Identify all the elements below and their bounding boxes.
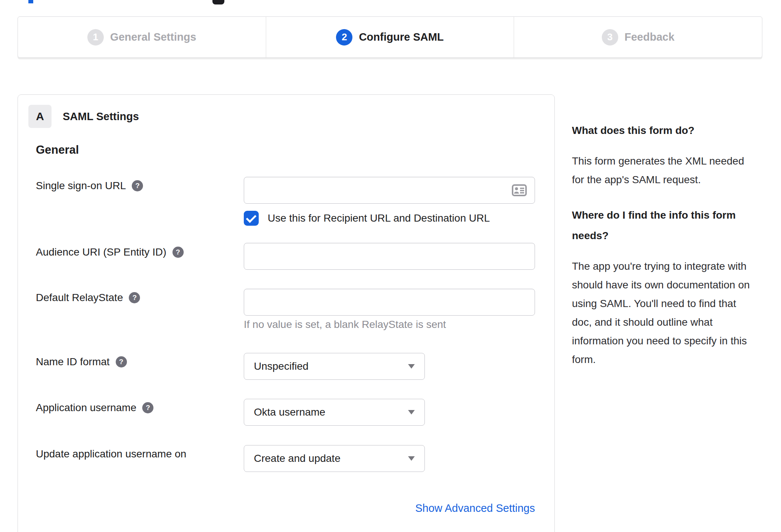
help-sidebar: What does this form do? This form genera… bbox=[572, 120, 752, 385]
help-icon[interactable]: ? bbox=[132, 180, 143, 191]
step-label: Configure SAML bbox=[359, 31, 444, 43]
relaystate-input-wrap bbox=[244, 289, 535, 316]
sso-url-label-text: Single sign-on URL bbox=[36, 180, 126, 192]
help-icon[interactable]: ? bbox=[172, 247, 184, 258]
help-icon[interactable]: ? bbox=[129, 292, 140, 303]
relaystate-label: Default RelayState ? bbox=[36, 292, 140, 304]
audience-uri-label-text: Audience URI (SP Entity ID) bbox=[36, 246, 167, 258]
application-username-select[interactable]: Okta username bbox=[244, 399, 425, 426]
chevron-down-icon bbox=[408, 456, 415, 461]
chevron-down-icon bbox=[408, 364, 415, 369]
step-general-settings[interactable]: 1 General Settings bbox=[18, 17, 266, 57]
saml-setup-wizard-screen: 1 General Settings 2 Configure SAML 3 Fe… bbox=[0, 0, 781, 532]
step-number-badge: 3 bbox=[602, 29, 618, 46]
use-recipient-url-checkbox-row[interactable]: Use this for Recipient URL and Destinati… bbox=[244, 211, 490, 226]
audience-uri-label: Audience URI (SP Entity ID) ? bbox=[36, 246, 184, 258]
step-feedback[interactable]: 3 Feedback bbox=[514, 17, 762, 57]
general-section-heading: General bbox=[36, 143, 79, 157]
relaystate-label-text: Default RelayState bbox=[36, 292, 123, 304]
sidebar-answer-1: This form generates the XML needed for t… bbox=[572, 152, 752, 189]
application-username-label: Application username ? bbox=[36, 402, 153, 414]
audience-uri-input[interactable] bbox=[244, 243, 535, 270]
relaystate-input[interactable] bbox=[244, 289, 535, 316]
panel-title: SAML Settings bbox=[63, 110, 139, 123]
update-username-label-text: Update application username on bbox=[36, 448, 186, 460]
application-username-label-text: Application username bbox=[36, 402, 136, 414]
checkbox-checked-icon[interactable] bbox=[244, 211, 259, 226]
name-id-format-select[interactable]: Unspecified bbox=[244, 353, 425, 380]
name-id-format-label: Name ID format ? bbox=[36, 356, 127, 368]
panel-header: A SAML Settings bbox=[28, 105, 139, 128]
update-username-select[interactable]: Create and update bbox=[244, 445, 425, 472]
help-icon[interactable]: ? bbox=[116, 356, 127, 367]
page-title-remnant-mark bbox=[28, 0, 33, 3]
sidebar-question-1: What does this form do? bbox=[572, 120, 752, 141]
update-username-value: Create and update bbox=[254, 453, 340, 464]
audience-uri-input-wrap bbox=[244, 243, 535, 270]
sso-url-input[interactable] bbox=[244, 177, 535, 204]
saml-settings-panel: A SAML Settings General Single sign-on U… bbox=[18, 94, 555, 532]
relaystate-hint: If no value is set, a blank RelayState i… bbox=[244, 319, 446, 331]
section-a-badge: A bbox=[28, 105, 52, 128]
sso-url-label: Single sign-on URL ? bbox=[36, 180, 143, 192]
checkbox-label: Use this for Recipient URL and Destinati… bbox=[268, 212, 490, 224]
contact-card-icon bbox=[512, 184, 527, 196]
update-username-label: Update application username on bbox=[36, 448, 186, 460]
sidebar-answer-2: The app you're trying to integrate with … bbox=[572, 257, 752, 369]
step-label: Feedback bbox=[625, 31, 675, 43]
wizard-stepper: 1 General Settings 2 Configure SAML 3 Fe… bbox=[18, 16, 762, 58]
step-number-badge: 2 bbox=[336, 29, 352, 46]
name-id-format-value: Unspecified bbox=[254, 360, 308, 372]
sidebar-question-2: Where do I find the info this form needs… bbox=[572, 205, 752, 246]
app-logo-remnant bbox=[212, 0, 224, 4]
chevron-down-icon bbox=[408, 410, 415, 414]
sso-url-input-wrap bbox=[244, 177, 535, 204]
show-advanced-settings-link[interactable]: Show Advanced Settings bbox=[415, 502, 535, 514]
application-username-value: Okta username bbox=[254, 406, 325, 418]
step-number-badge: 1 bbox=[87, 29, 104, 46]
step-configure-saml[interactable]: 2 Configure SAML bbox=[266, 17, 514, 57]
step-label: General Settings bbox=[110, 31, 196, 43]
help-icon[interactable]: ? bbox=[142, 402, 153, 413]
name-id-format-label-text: Name ID format bbox=[36, 356, 110, 368]
